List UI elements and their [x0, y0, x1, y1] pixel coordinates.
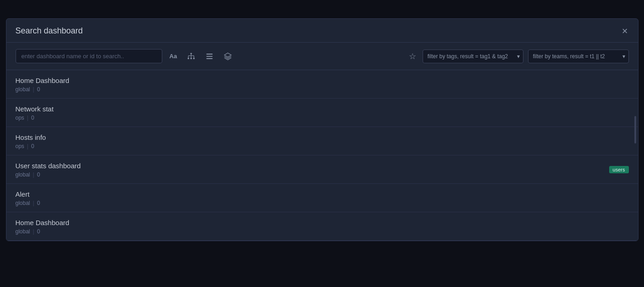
dashboard-item-title: Hosts info: [16, 133, 629, 141]
modal-overlay: Search dashboard × Aa: [0, 0, 644, 287]
dashboard-count: 0: [37, 86, 40, 93]
dashboard-scope: global: [16, 171, 30, 178]
svg-rect-3: [193, 58, 195, 59]
meta-separator: |: [27, 143, 28, 149]
svg-rect-2: [191, 58, 192, 59]
meta-separator: |: [33, 200, 34, 206]
dashboard-scope: ops: [16, 143, 24, 149]
svg-rect-0: [191, 53, 192, 54]
search-input[interactable]: [16, 49, 162, 63]
dashboard-scope: global: [16, 86, 30, 93]
meta-separator: |: [27, 115, 28, 121]
dashboard-count: 0: [31, 143, 34, 149]
teams-filter-wrapper: filter by teams, result = t1 || t2: [528, 50, 629, 63]
dashboard-item-title: Home Dashboard: [16, 77, 629, 84]
hierarchy-icon[interactable]: [184, 50, 198, 62]
svg-rect-11: [206, 58, 213, 59]
dashboard-item[interactable]: User stats dashboardglobal|0users: [6, 155, 638, 184]
teams-filter-select[interactable]: filter by teams, result = t1 || t2: [528, 50, 629, 63]
dashboard-item[interactable]: Home Dashboardglobal|0: [6, 70, 638, 99]
modal-title: Search dashboard: [16, 26, 83, 36]
dashboard-count: 0: [37, 171, 40, 178]
dashboard-scope: global: [16, 200, 30, 206]
dashboard-item-meta: global|0: [16, 200, 629, 206]
search-bar: Aa: [6, 43, 638, 70]
dashboard-item-title: User stats dashboard: [16, 162, 629, 170]
meta-separator: |: [33, 86, 34, 93]
scrollbar: [634, 116, 636, 144]
dashboard-item[interactable]: Alertglobal|0: [6, 184, 638, 212]
tags-filter-wrapper: filter by tags, result = tag1 & tag2: [423, 50, 523, 63]
tag-badge: users: [609, 166, 629, 173]
svg-rect-10: [206, 55, 213, 56]
search-dashboard-modal: Search dashboard × Aa: [6, 18, 638, 241]
svg-rect-9: [206, 54, 213, 55]
dashboard-scope: global: [16, 228, 30, 235]
tags-filter-select[interactable]: filter by tags, result = tag1 & tag2: [423, 50, 523, 63]
svg-rect-1: [188, 58, 189, 59]
modal-header: Search dashboard ×: [6, 19, 638, 43]
dashboard-item[interactable]: Network statops|0: [6, 99, 638, 127]
meta-separator: |: [33, 228, 34, 235]
font-case-icon[interactable]: Aa: [167, 51, 180, 61]
dashboard-item[interactable]: Hosts infoops|0: [6, 127, 638, 155]
dashboard-item-meta: global|0: [16, 86, 629, 93]
dashboard-item-meta: global|0: [16, 171, 629, 178]
svg-marker-12: [225, 53, 231, 57]
layers-icon[interactable]: [221, 50, 235, 62]
dashboard-item[interactable]: Home Dashboardglobal|0: [6, 212, 638, 241]
dashboard-count: 0: [31, 115, 34, 121]
dashboard-item-title: Home Dashboard: [16, 219, 629, 226]
dashboard-count: 0: [37, 228, 40, 235]
dashboard-item-meta: ops|0: [16, 143, 629, 149]
close-button[interactable]: ×: [619, 25, 631, 37]
dashboard-count: 0: [37, 200, 40, 206]
dashboard-item-title: Alert: [16, 190, 629, 198]
dashboard-scope: ops: [16, 115, 24, 121]
list-icon[interactable]: [203, 50, 216, 62]
dashboard-list: Home Dashboardglobal|0Network statops|0H…: [6, 70, 638, 241]
dashboard-item-title: Network stat: [16, 105, 629, 113]
dashboard-item-meta: ops|0: [16, 115, 629, 121]
meta-separator: |: [33, 171, 34, 178]
dashboard-item-meta: global|0: [16, 228, 629, 235]
favorites-star-icon[interactable]: ☆: [407, 50, 418, 63]
